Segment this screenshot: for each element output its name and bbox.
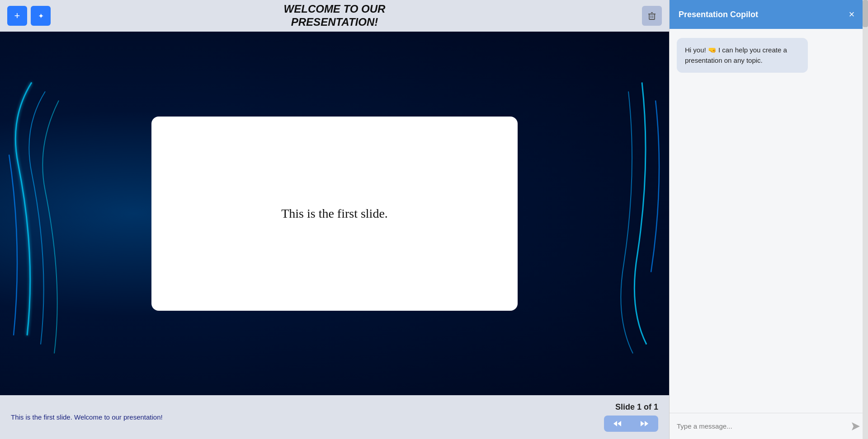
copilot-title: Presentation Copilot: [679, 10, 758, 19]
svg-rect-0: [649, 14, 655, 19]
slide-content-text: This is the first slide.: [281, 206, 388, 221]
toolbar: + ✦ WELCOME TO OUR PRESENTATION!: [0, 0, 669, 32]
copilot-input-area: [670, 413, 868, 439]
neon-left-svg: [0, 32, 90, 395]
svg-marker-8: [645, 421, 648, 426]
svg-marker-6: [618, 421, 621, 426]
copilot-close-button[interactable]: ×: [844, 7, 859, 22]
send-icon: [851, 421, 861, 431]
add-slide-button[interactable]: +: [7, 6, 27, 26]
presentation-panel: + ✦ WELCOME TO OUR PRESENTATION!: [0, 0, 669, 439]
send-button[interactable]: [851, 421, 861, 431]
delete-button[interactable]: [642, 6, 662, 26]
scrollbar-thumb[interactable]: [863, 0, 868, 27]
svg-marker-5: [613, 421, 617, 426]
slide-area: This is the first slide.: [0, 32, 669, 395]
bottom-bar: This is the first slide. Welcome to our …: [0, 395, 669, 439]
presentation-title: WELCOME TO OUR PRESENTATION!: [284, 3, 386, 29]
copilot-messages: Hi you! 🤜 I can help you create a presen…: [670, 29, 868, 413]
slide-description: This is the first slide. Welcome to our …: [11, 413, 163, 421]
greeting-message-text: Hi you! 🤜 I can help you create a presen…: [685, 46, 787, 64]
svg-marker-7: [641, 421, 644, 426]
prev-icon: [613, 420, 622, 427]
magic-button[interactable]: ✦: [31, 6, 51, 26]
slide-navigation: Slide 1 of 1: [604, 402, 658, 432]
neon-right-svg: [610, 32, 669, 395]
slide-counter: Slide 1 of 1: [615, 402, 658, 412]
slide-content-card: This is the first slide.: [151, 117, 518, 311]
trash-icon: [647, 11, 657, 21]
greeting-message-bubble: Hi you! 🤜 I can help you create a presen…: [677, 38, 808, 73]
svg-marker-9: [852, 422, 860, 430]
prev-button[interactable]: [604, 416, 631, 432]
toolbar-left: + ✦: [7, 6, 51, 26]
next-button[interactable]: [631, 416, 658, 432]
copilot-panel: Presentation Copilot × Hi you! 🤜 I can h…: [669, 0, 868, 439]
scrollbar-track[interactable]: [863, 0, 868, 439]
next-icon: [640, 420, 649, 427]
toolbar-right: [642, 6, 662, 26]
copilot-message-input[interactable]: [677, 419, 846, 434]
nav-buttons: [604, 416, 658, 432]
copilot-header: Presentation Copilot ×: [670, 0, 868, 29]
